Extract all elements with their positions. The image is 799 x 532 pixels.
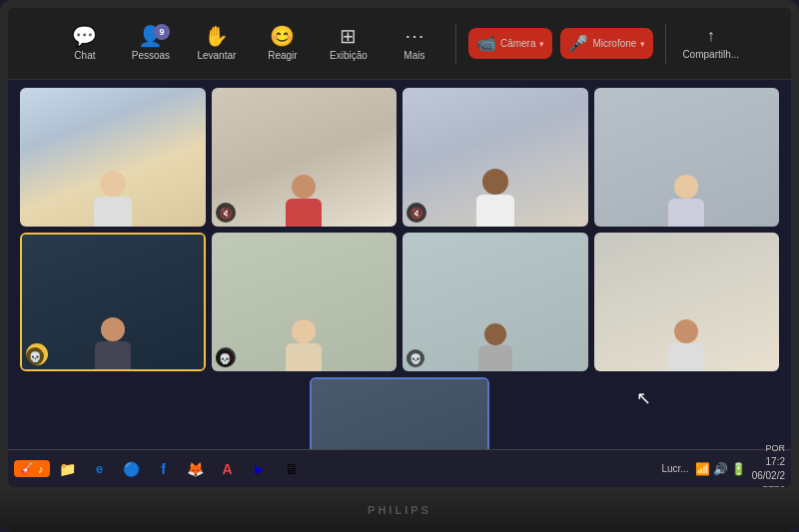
head-7: [484, 323, 506, 345]
edge-icon: e: [96, 461, 103, 476]
toolbar-pessoas[interactable]: 👤 Pessoas 9: [122, 20, 180, 67]
music-guitar-icon: 🎸: [20, 462, 34, 475]
teams-toolbar: 💬 Chat 👤 Pessoas 9 ✋ Levantar 😊 Reagir ⊞…: [8, 8, 791, 80]
toolbar-camera[interactable]: 📹 Câmera ▾: [468, 28, 553, 59]
toolbar-levantar[interactable]: ✋ Levantar: [188, 20, 246, 67]
mic-label: Microfone: [592, 38, 636, 49]
reagir-label: Reagir: [268, 50, 297, 61]
taskbar-clock: POR 17:2 06/02/2 PTB2: [752, 442, 785, 487]
body-2: [286, 199, 322, 227]
taskbar-display[interactable]: 🖥: [278, 455, 306, 483]
head-2: [292, 175, 316, 199]
mic-icon: 🎤: [568, 34, 588, 53]
figure-7: [402, 254, 588, 371]
figure-5: [22, 255, 204, 369]
toolbar-reagir[interactable]: 😊 Reagir: [254, 20, 312, 67]
taskbar: 🎸 ♪ 📁 e 🔵 f 🦊 A ▶: [8, 449, 791, 487]
body-6: [286, 343, 322, 371]
media-player-icon: ▶: [255, 462, 264, 476]
video-cell-3[interactable]: 🔇: [402, 88, 588, 227]
person-8: [668, 319, 704, 371]
video-cell-2[interactable]: 🔇: [212, 88, 398, 227]
monitor-brand-label: PHILIPS: [368, 504, 431, 516]
taskbar-edge[interactable]: e: [86, 455, 114, 483]
person-5: [95, 317, 131, 369]
person-6: [286, 319, 322, 371]
levantar-icon: ✋: [204, 26, 229, 46]
toolbar-divider-2: [665, 24, 666, 64]
person-4: [668, 175, 704, 227]
taskbar-music-app[interactable]: 🎸 ♪: [14, 460, 50, 477]
text-editor-icon: A: [222, 461, 232, 477]
pessoas-label: Pessoas: [132, 50, 170, 61]
video-row-1: 🔇 🔇: [20, 88, 779, 227]
video-bg-5: ✋ 💀: [22, 235, 204, 369]
camera-icon: 📹: [476, 34, 496, 53]
taskbar-firefox[interactable]: 🦊: [182, 455, 210, 483]
figure-2: [212, 109, 398, 227]
taskbar-chrome[interactable]: 🔵: [118, 455, 146, 483]
body-8: [668, 343, 704, 371]
camera-dropdown-icon: ▾: [539, 39, 544, 49]
taskbar-sys-icons: 📶 🔊 🔋: [695, 462, 746, 476]
person-7: [478, 323, 512, 371]
video-cell-5[interactable]: ✋ 💀: [20, 233, 206, 371]
video-bg-3: 🔇: [402, 88, 588, 227]
taskbar-media-player[interactable]: ▶: [246, 455, 274, 483]
mute-indicator-3: 🔇: [406, 203, 426, 223]
toolbar-share[interactable]: ↑ Compartilh...: [678, 21, 743, 66]
toolbar-exibicao[interactable]: ⊞ Exibição: [320, 20, 378, 67]
video-cell-7[interactable]: 💀: [402, 233, 588, 371]
mais-icon: ⋯: [404, 26, 424, 46]
figure-8: [594, 254, 780, 371]
share-icon: ↑: [707, 27, 715, 45]
head-3: [482, 169, 508, 195]
toolbar-mic[interactable]: 🎤 Microfone ▾: [560, 28, 653, 59]
reagir-icon: 😊: [270, 26, 295, 46]
toolbar-mais[interactable]: ⋯ Mais: [386, 20, 443, 67]
video-bg-6: 🔇 💀: [212, 233, 398, 371]
body-5: [95, 341, 131, 369]
head-8: [674, 319, 698, 343]
camera-label: Câmera: [500, 38, 536, 49]
file-manager-icon: 📁: [59, 461, 76, 477]
video-cell-8[interactable]: [594, 233, 780, 371]
head-4: [674, 175, 698, 199]
taskbar-facebook[interactable]: f: [150, 455, 178, 483]
toolbar-divider-1: [455, 24, 456, 64]
mute-indicator-2: 🔇: [216, 203, 236, 223]
toolbar-chat[interactable]: 💬 Chat: [56, 20, 114, 67]
chrome-icon: 🔵: [123, 461, 140, 477]
mais-label: Mais: [403, 50, 424, 61]
figure-6: [212, 254, 398, 371]
taskbar-right-area: Lucr... 📶 🔊 🔋 POR 17:2 06/02/2 PTB2: [661, 442, 785, 487]
taskbar-text-editor[interactable]: A: [214, 455, 242, 483]
video-bg-2: 🔇: [212, 88, 398, 227]
figure-4: [594, 109, 780, 227]
video-cell-1[interactable]: [20, 88, 206, 227]
exibicao-label: Exibição: [330, 50, 368, 61]
body-4: [668, 199, 704, 227]
head-5: [101, 317, 125, 341]
share-label: Compartilh...: [682, 49, 739, 60]
taskbar-lucr-label: Lucr...: [661, 463, 688, 474]
display-icon: 🖥: [285, 461, 299, 477]
video-cell-4[interactable]: [594, 88, 780, 227]
person-1: [94, 171, 132, 227]
chat-label: Chat: [74, 50, 95, 61]
person-3: [476, 169, 514, 227]
taskbar-network-icon: 📶: [695, 462, 710, 476]
video-cell-6[interactable]: 🔇 💀: [212, 233, 398, 371]
video-bg-4: [594, 88, 780, 227]
chat-icon: 💬: [72, 26, 97, 46]
taskbar-battery-icon: 🔋: [731, 462, 746, 476]
video-bg-8: [594, 233, 780, 371]
taskbar-file-manager[interactable]: 📁: [54, 455, 82, 483]
body-1: [94, 197, 132, 227]
mic-dropdown-icon: ▾: [640, 39, 645, 49]
head-6: [292, 319, 316, 343]
head-1: [100, 171, 126, 197]
person-2: [286, 175, 322, 227]
skull-icon-6: 💀: [216, 349, 234, 367]
exibicao-icon: ⊞: [340, 26, 357, 46]
